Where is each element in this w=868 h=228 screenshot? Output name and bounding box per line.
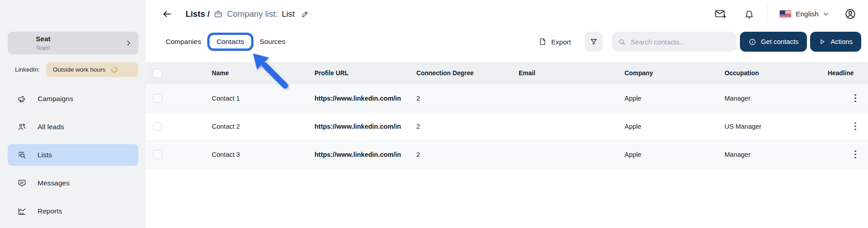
cell-name: Contact 2 <box>212 123 315 130</box>
row-checkbox[interactable] <box>153 122 162 131</box>
tab-contacts[interactable]: Contacts <box>207 33 253 51</box>
seat-selector[interactable]: Seat Team <box>8 32 138 54</box>
seat-title: Seat <box>36 35 125 44</box>
export-file-icon <box>539 38 547 46</box>
sidebar-item-campaigns[interactable]: Campaigns <box>8 88 138 110</box>
chart-icon <box>17 207 27 216</box>
play-icon <box>819 38 826 45</box>
profile-avatar-icon[interactable] <box>844 8 856 20</box>
cell-profile-url[interactable]: https://www.linkedin.com/in <box>315 95 411 102</box>
list-search-icon <box>17 150 27 160</box>
spinner-icon <box>111 66 118 73</box>
export-button[interactable]: Export <box>535 35 574 49</box>
sidebar-item-label: All leads <box>38 123 64 131</box>
bell-icon[interactable] <box>744 9 754 19</box>
sidebar-item-all-leads[interactable]: All leads <box>8 116 138 138</box>
column-header-email[interactable]: Email <box>519 70 625 77</box>
main-content: Lists / Company list: List English <box>146 0 868 228</box>
chevron-right-icon <box>125 39 132 47</box>
cell-occupation: Manager <box>725 151 828 158</box>
cell-profile-url[interactable]: https://www.linkedin.com/in <box>315 123 411 130</box>
page-header: Lists / Company list: List English <box>146 0 868 28</box>
row-menu-kebab-icon[interactable] <box>850 148 861 161</box>
column-header-connection-degree[interactable]: Connection Degree <box>416 70 519 77</box>
table-header-row: Name Profile URL Connection Degree Email… <box>146 62 868 84</box>
sidebar-item-label: Campaigns <box>38 95 73 103</box>
column-header-company[interactable]: Company <box>625 70 725 77</box>
cell-name: Contact 1 <box>212 95 315 102</box>
edit-icon[interactable] <box>300 10 309 19</box>
linkedin-status-badge[interactable]: Outside work hours <box>46 62 138 77</box>
table-row[interactable]: Contact 2 https://www.linkedin.com/in 2 … <box>146 112 868 141</box>
language-selector[interactable]: English <box>779 10 829 18</box>
sidebar-item-reports[interactable]: Reports <box>8 200 138 222</box>
sidebar-item-messages[interactable]: Messages <box>8 172 138 194</box>
message-icon <box>17 179 27 188</box>
get-contacts-button[interactable]: Get contacts <box>740 32 807 52</box>
table-row[interactable]: Contact 1 https://www.linkedin.com/in 2 … <box>146 84 868 112</box>
actions-label: Actions <box>830 38 853 45</box>
cell-occupation: US Manager <box>725 123 828 130</box>
cell-connection-degree: 2 <box>416 95 519 102</box>
header-divider <box>767 6 768 22</box>
list-name: List <box>282 9 295 19</box>
search-icon <box>618 38 626 46</box>
linkedin-label: LinkedIn: <box>15 66 40 73</box>
row-checkbox[interactable] <box>153 94 162 103</box>
cell-profile-url[interactable]: https://www.linkedin.com/in <box>315 151 411 158</box>
search-box <box>612 32 737 52</box>
row-menu-kebab-icon[interactable] <box>850 92 861 105</box>
cell-name: Contact 3 <box>212 151 315 158</box>
funnel-icon <box>590 38 598 46</box>
contacts-table: Name Profile URL Connection Degree Email… <box>146 62 868 169</box>
cell-company: Apple <box>625 95 725 102</box>
sidebar-nav: Campaigns All leads Lists Messages Repor… <box>0 88 146 222</box>
sidebar: Seat Team LinkedIn: Outside work hours C… <box>0 0 146 228</box>
sidebar-item-lists[interactable]: Lists <box>8 144 138 166</box>
cell-connection-degree: 2 <box>416 151 519 158</box>
column-header-name[interactable]: Name <box>212 70 315 77</box>
search-input[interactable] <box>630 38 731 46</box>
cell-company: Apple <box>625 151 725 158</box>
us-flag-icon <box>779 10 792 18</box>
sidebar-item-label: Messages <box>38 179 70 187</box>
mail-plus-icon[interactable] <box>715 9 727 19</box>
language-label: English <box>796 10 819 18</box>
get-contacts-label: Get contacts <box>761 38 798 45</box>
header-actions: English <box>715 6 856 22</box>
breadcrumb-root[interactable]: Lists / <box>186 9 210 19</box>
select-all-checkbox[interactable] <box>153 69 162 78</box>
info-icon <box>749 38 756 46</box>
cell-occupation: Manager <box>725 95 828 102</box>
megaphone-icon <box>17 94 27 104</box>
column-header-headline[interactable]: Headline <box>828 70 868 77</box>
tab-companies[interactable]: Companies <box>161 34 206 49</box>
cell-company: Apple <box>625 123 725 130</box>
linkedin-status-text: Outside work hours <box>53 66 105 73</box>
cell-connection-degree: 2 <box>416 123 519 130</box>
row-menu-kebab-icon[interactable] <box>850 120 861 133</box>
users-icon <box>17 122 27 132</box>
table-row[interactable]: Contact 3 https://www.linkedin.com/in 2 … <box>146 141 868 169</box>
tabs-toolbar-row: Companies Contacts Sources Export <box>161 32 861 52</box>
sidebar-item-label: Lists <box>38 151 52 159</box>
tab-sources[interactable]: Sources <box>255 34 291 49</box>
row-checkbox[interactable] <box>153 150 162 159</box>
breadcrumb: Lists / Company list: List <box>186 9 309 19</box>
briefcase-icon <box>214 10 223 19</box>
back-button[interactable] <box>161 8 173 20</box>
column-header-occupation[interactable]: Occupation <box>725 70 828 77</box>
sidebar-item-label: Reports <box>38 207 62 215</box>
list-type-label: Company list: <box>227 9 277 19</box>
toolbar: Export Get contacts <box>535 32 861 52</box>
filter-button[interactable] <box>585 32 603 52</box>
column-header-profile-url[interactable]: Profile URL <box>315 70 416 77</box>
actions-button[interactable]: Actions <box>810 32 861 52</box>
seat-subtitle: Team <box>36 44 125 51</box>
export-label: Export <box>551 38 571 46</box>
chevron-down-icon <box>823 11 829 17</box>
